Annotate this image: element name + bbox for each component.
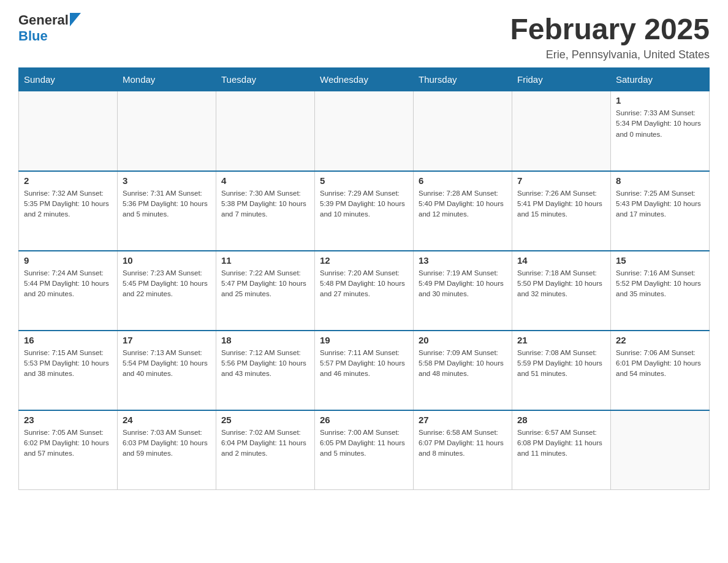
calendar-cell: [414, 91, 512, 171]
calendar-cell: 6Sunrise: 7:28 AM Sunset: 5:40 PM Daylig…: [414, 171, 512, 251]
cell-day-number: 21: [517, 335, 605, 345]
cell-daylight-info: Sunrise: 7:11 AM Sunset: 5:57 PM Dayligh…: [320, 348, 408, 380]
calendar-cell: 24Sunrise: 7:03 AM Sunset: 6:03 PM Dayli…: [118, 410, 216, 490]
cell-daylight-info: Sunrise: 7:18 AM Sunset: 5:50 PM Dayligh…: [517, 268, 605, 300]
calendar-week-row: 9Sunrise: 7:24 AM Sunset: 5:44 PM Daylig…: [19, 251, 710, 331]
calendar-cell: [611, 410, 710, 490]
calendar-cell: 20Sunrise: 7:09 AM Sunset: 5:58 PM Dayli…: [414, 331, 512, 410]
calendar-cell: 9Sunrise: 7:24 AM Sunset: 5:44 PM Daylig…: [19, 251, 118, 331]
cell-day-number: 26: [320, 415, 408, 425]
cell-day-number: 27: [419, 415, 507, 425]
cell-day-number: 25: [221, 415, 309, 425]
cell-day-number: 7: [517, 175, 605, 186]
calendar-cell: 13Sunrise: 7:19 AM Sunset: 5:49 PM Dayli…: [414, 251, 512, 331]
cell-daylight-info: Sunrise: 7:31 AM Sunset: 5:36 PM Dayligh…: [123, 188, 211, 220]
calendar-cell: 23Sunrise: 7:05 AM Sunset: 6:02 PM Dayli…: [19, 410, 118, 490]
cell-day-number: 6: [419, 175, 507, 186]
calendar-cell: 3Sunrise: 7:31 AM Sunset: 5:36 PM Daylig…: [118, 171, 216, 251]
cell-daylight-info: Sunrise: 6:57 AM Sunset: 6:08 PM Dayligh…: [517, 427, 605, 459]
cell-day-number: 23: [24, 415, 112, 425]
calendar-cell: 16Sunrise: 7:15 AM Sunset: 5:53 PM Dayli…: [19, 331, 118, 410]
calendar-cell: 8Sunrise: 7:25 AM Sunset: 5:43 PM Daylig…: [611, 171, 710, 251]
cell-daylight-info: Sunrise: 7:23 AM Sunset: 5:45 PM Dayligh…: [123, 268, 211, 300]
calendar-cell: 17Sunrise: 7:13 AM Sunset: 5:54 PM Dayli…: [118, 331, 216, 410]
cell-day-number: 17: [123, 335, 211, 345]
cell-day-number: 3: [123, 175, 211, 186]
cell-day-number: 11: [221, 255, 309, 266]
cell-daylight-info: Sunrise: 7:25 AM Sunset: 5:43 PM Dayligh…: [616, 188, 704, 220]
cell-day-number: 2: [24, 175, 112, 186]
cell-daylight-info: Sunrise: 7:19 AM Sunset: 5:49 PM Dayligh…: [419, 268, 507, 300]
page-header: General Blue February 2025 Erie, Pennsyl…: [18, 12, 710, 61]
cell-daylight-info: Sunrise: 7:08 AM Sunset: 5:59 PM Dayligh…: [517, 348, 605, 380]
cell-day-number: 14: [517, 255, 605, 266]
day-header-friday: Friday: [512, 68, 611, 91]
calendar-table: SundayMondayTuesdayWednesdayThursdayFrid…: [18, 67, 710, 490]
cell-day-number: 28: [517, 415, 605, 425]
day-header-thursday: Thursday: [414, 68, 512, 91]
cell-daylight-info: Sunrise: 7:20 AM Sunset: 5:48 PM Dayligh…: [320, 268, 408, 300]
cell-daylight-info: Sunrise: 7:33 AM Sunset: 5:34 PM Dayligh…: [616, 108, 704, 140]
cell-day-number: 24: [123, 415, 211, 425]
cell-day-number: 4: [221, 175, 309, 186]
cell-day-number: 5: [320, 175, 408, 186]
cell-day-number: 10: [123, 255, 211, 266]
cell-daylight-info: Sunrise: 6:58 AM Sunset: 6:07 PM Dayligh…: [419, 427, 507, 459]
cell-daylight-info: Sunrise: 7:02 AM Sunset: 6:04 PM Dayligh…: [221, 427, 309, 459]
cell-day-number: 9: [24, 255, 112, 266]
day-header-wednesday: Wednesday: [315, 68, 414, 91]
cell-daylight-info: Sunrise: 7:24 AM Sunset: 5:44 PM Dayligh…: [24, 268, 112, 300]
calendar-cell: [512, 91, 611, 171]
cell-day-number: 20: [419, 335, 507, 345]
cell-daylight-info: Sunrise: 7:26 AM Sunset: 5:41 PM Dayligh…: [517, 188, 605, 220]
cell-daylight-info: Sunrise: 7:06 AM Sunset: 6:01 PM Dayligh…: [616, 348, 704, 380]
calendar-cell: 10Sunrise: 7:23 AM Sunset: 5:45 PM Dayli…: [118, 251, 216, 331]
calendar-cell: 28Sunrise: 6:57 AM Sunset: 6:08 PM Dayli…: [512, 410, 611, 490]
cell-day-number: 15: [616, 255, 704, 266]
title-section: February 2025 Erie, Pennsylvania, United…: [510, 12, 710, 61]
cell-day-number: 18: [221, 335, 309, 345]
cell-daylight-info: Sunrise: 7:15 AM Sunset: 5:53 PM Dayligh…: [24, 348, 112, 380]
calendar-week-row: 1Sunrise: 7:33 AM Sunset: 5:34 PM Daylig…: [19, 91, 710, 171]
cell-daylight-info: Sunrise: 7:28 AM Sunset: 5:40 PM Dayligh…: [419, 188, 507, 220]
day-header-sunday: Sunday: [19, 68, 118, 91]
calendar-week-row: 23Sunrise: 7:05 AM Sunset: 6:02 PM Dayli…: [19, 410, 710, 490]
day-header-saturday: Saturday: [611, 68, 710, 91]
logo-arrow-icon: [70, 13, 81, 26]
calendar-cell: 5Sunrise: 7:29 AM Sunset: 5:39 PM Daylig…: [315, 171, 414, 251]
calendar-cell: 11Sunrise: 7:22 AM Sunset: 5:47 PM Dayli…: [216, 251, 315, 331]
cell-daylight-info: Sunrise: 7:09 AM Sunset: 5:58 PM Dayligh…: [419, 348, 507, 380]
calendar-cell: [315, 91, 414, 171]
calendar-cell: 7Sunrise: 7:26 AM Sunset: 5:41 PM Daylig…: [512, 171, 611, 251]
calendar-cell: [19, 91, 118, 171]
cell-day-number: 22: [616, 335, 704, 345]
cell-day-number: 19: [320, 335, 408, 345]
cell-daylight-info: Sunrise: 7:00 AM Sunset: 6:05 PM Dayligh…: [320, 427, 408, 459]
calendar-cell: 15Sunrise: 7:16 AM Sunset: 5:52 PM Dayli…: [611, 251, 710, 331]
logo-text-blue: Blue: [18, 28, 48, 44]
day-header-monday: Monday: [118, 68, 216, 91]
cell-day-number: 13: [419, 255, 507, 266]
cell-day-number: 1: [616, 95, 704, 105]
day-header-tuesday: Tuesday: [216, 68, 315, 91]
cell-day-number: 12: [320, 255, 408, 266]
calendar-subtitle: Erie, Pennsylvania, United States: [510, 48, 710, 61]
calendar-title: February 2025: [510, 12, 710, 46]
cell-daylight-info: Sunrise: 7:05 AM Sunset: 6:02 PM Dayligh…: [24, 427, 112, 459]
calendar-cell: 25Sunrise: 7:02 AM Sunset: 6:04 PM Dayli…: [216, 410, 315, 490]
cell-daylight-info: Sunrise: 7:32 AM Sunset: 5:35 PM Dayligh…: [24, 188, 112, 220]
calendar-cell: 19Sunrise: 7:11 AM Sunset: 5:57 PM Dayli…: [315, 331, 414, 410]
cell-daylight-info: Sunrise: 7:16 AM Sunset: 5:52 PM Dayligh…: [616, 268, 704, 300]
cell-daylight-info: Sunrise: 7:13 AM Sunset: 5:54 PM Dayligh…: [123, 348, 211, 380]
calendar-week-row: 16Sunrise: 7:15 AM Sunset: 5:53 PM Dayli…: [19, 331, 710, 410]
calendar-cell: 22Sunrise: 7:06 AM Sunset: 6:01 PM Dayli…: [611, 331, 710, 410]
logo-text-general: General: [18, 12, 69, 28]
cell-daylight-info: Sunrise: 7:12 AM Sunset: 5:56 PM Dayligh…: [221, 348, 309, 380]
calendar-cell: 14Sunrise: 7:18 AM Sunset: 5:50 PM Dayli…: [512, 251, 611, 331]
calendar-cell: 12Sunrise: 7:20 AM Sunset: 5:48 PM Dayli…: [315, 251, 414, 331]
calendar-cell: 1Sunrise: 7:33 AM Sunset: 5:34 PM Daylig…: [611, 91, 710, 171]
calendar-cell: 27Sunrise: 6:58 AM Sunset: 6:07 PM Dayli…: [414, 410, 512, 490]
cell-day-number: 16: [24, 335, 112, 345]
calendar-header-row: SundayMondayTuesdayWednesdayThursdayFrid…: [19, 68, 710, 91]
cell-daylight-info: Sunrise: 7:22 AM Sunset: 5:47 PM Dayligh…: [221, 268, 309, 300]
